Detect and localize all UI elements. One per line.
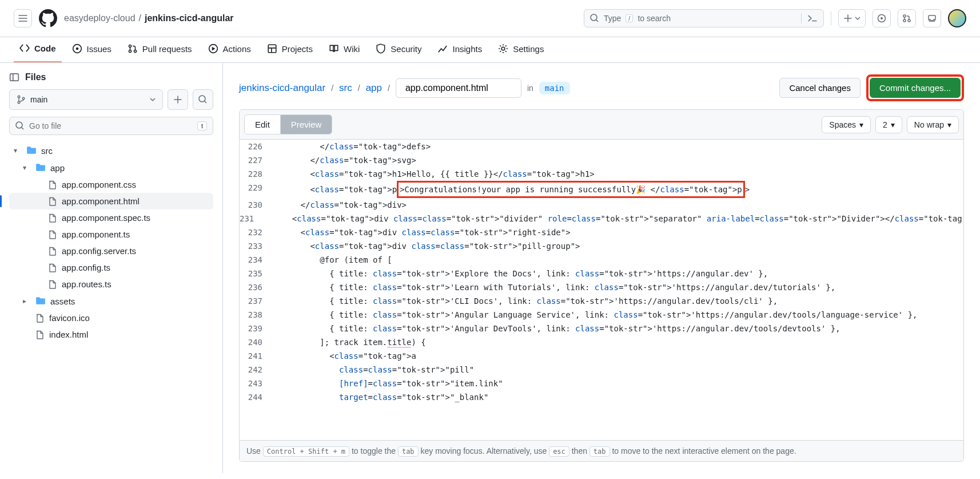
branch-selector[interactable]: main — [9, 89, 163, 110]
search-key-hint: / — [626, 14, 633, 22]
code-line[interactable]: 238 { title: class="tok-str">'Angular La… — [240, 308, 963, 322]
tree-folder[interactable]: ▾src — [9, 142, 213, 159]
nav-tab-wiki[interactable]: Wiki — [323, 37, 365, 62]
repo-link[interactable]: jenkins-cicd-angular — [145, 13, 234, 23]
tree-file[interactable]: app.component.ts — [9, 226, 213, 243]
code-line[interactable]: 239 { title: class="tok-str">'Angular De… — [240, 322, 963, 335]
search-placeholder-post: to search — [638, 14, 671, 23]
nav-tab-issues[interactable]: Issues — [66, 37, 117, 62]
indent-size-selector[interactable]: 2▾ — [875, 116, 902, 133]
code-line[interactable]: 228 <class="tok-tag">h1>Hello, {{ title … — [240, 167, 963, 181]
search-files-button[interactable] — [193, 89, 213, 110]
github-logo[interactable] — [39, 9, 57, 27]
code-line[interactable]: 226 </class="tok-tag">defs> — [240, 140, 963, 153]
insights-icon — [437, 43, 448, 54]
code-text: </class="tok-tag">defs> — [272, 140, 963, 153]
tree-file[interactable]: app.component.spec.ts — [9, 209, 213, 226]
indent-selector[interactable]: Spaces▾ — [822, 116, 871, 133]
command-palette-icon[interactable] — [801, 13, 818, 23]
panel-collapse-icon[interactable] — [9, 72, 19, 82]
tab-edit[interactable]: Edit — [244, 114, 281, 134]
pull-requests-shortcut-button[interactable] — [898, 9, 916, 27]
path-repo[interactable]: jenkins-cicd-angular — [239, 82, 325, 94]
code-line[interactable]: 241 <class="tok-tag">a — [240, 349, 963, 363]
tree-file[interactable]: app.routes.ts — [9, 276, 213, 292]
search-placeholder-pre: Type — [604, 14, 621, 23]
code-line[interactable]: 229 <class="tok-tag">p>Congratulations!y… — [240, 181, 963, 198]
line-number: 226 — [240, 140, 272, 153]
code-text: class=class="tok-str">"pill" — [272, 363, 963, 377]
line-number: 230 — [240, 198, 272, 212]
create-new-button[interactable] — [838, 9, 866, 27]
settings-icon — [498, 43, 508, 54]
editor-toolbar: Edit Preview Spaces▾ 2▾ No wrap▾ — [240, 110, 963, 140]
file-icon — [48, 263, 57, 272]
code-line[interactable]: 244 target=class="tok-str">"_blank" — [240, 390, 963, 404]
line-number: 235 — [240, 267, 272, 280]
nav-tab-security[interactable]: Security — [370, 37, 427, 62]
code-line[interactable]: 237 { title: class="tok-str">'CLI Docs',… — [240, 294, 963, 308]
sidebar-title: Files — [25, 72, 46, 82]
main-area: Files main t ▾src▾appapp.component.cssap… — [0, 63, 980, 473]
commit-changes-button[interactable]: Commit changes... — [870, 78, 961, 98]
svg-point-9 — [134, 50, 136, 52]
nav-tab-actions[interactable]: Actions — [202, 37, 257, 62]
svg-point-7 — [129, 45, 131, 47]
code-line[interactable]: 236 { title: class="tok-str">'Learn with… — [240, 280, 963, 294]
chevron-right-icon: ▸ — [23, 297, 31, 305]
tree-file[interactable]: app.config.ts — [9, 259, 213, 276]
tree-folder[interactable]: ▸assets — [9, 292, 213, 310]
tree-folder[interactable]: ▾app — [9, 159, 213, 176]
go-to-file-input[interactable]: t — [9, 117, 213, 135]
filename-input[interactable] — [396, 78, 521, 98]
code-text: { title: class="tok-str">'Angular DevToo… — [272, 322, 963, 335]
code-line[interactable]: 234 @for (item of [ — [240, 253, 963, 267]
nav-tab-code[interactable]: Code — [14, 37, 62, 62]
code-editor[interactable]: 226 </class="tok-tag">defs>227 </class="… — [240, 140, 963, 440]
nav-tab-projects[interactable]: Projects — [261, 37, 318, 62]
path-app[interactable]: app — [366, 82, 382, 94]
tree-file[interactable]: app.component.html — [9, 193, 213, 209]
code-line[interactable]: 232 <class="tok-tag">div class=class="to… — [240, 225, 963, 239]
code-text: [href]=class="tok-str">"item.link" — [272, 377, 963, 390]
highlight-box: >Congratulations!your app is running suc… — [397, 181, 745, 198]
code-line[interactable]: 230 </class="tok-tag">div> — [240, 198, 963, 212]
path-src[interactable]: src — [339, 82, 352, 94]
code-line[interactable]: 231 <class="tok-tag">div class=class="to… — [240, 212, 963, 225]
tree-file[interactable]: app.component.css — [9, 176, 213, 193]
line-number: 241 — [240, 349, 272, 363]
code-line[interactable]: 240 ]; track item.title) { — [240, 335, 963, 349]
code-line[interactable]: 235 { title: class="tok-str">'Explore th… — [240, 267, 963, 280]
add-file-button[interactable] — [168, 89, 188, 110]
code-text: <class="tok-tag">div class=class="tok-st… — [272, 225, 963, 239]
svg-point-1 — [881, 17, 883, 19]
code-line[interactable]: 242 class=class="tok-str">"pill" — [240, 363, 963, 377]
menu-button[interactable] — [14, 9, 32, 27]
folder-icon — [35, 296, 46, 306]
svg-point-2 — [903, 15, 906, 17]
nav-tab-insights[interactable]: Insights — [432, 37, 488, 62]
code-line[interactable]: 227 </class="tok-tag">svg> — [240, 153, 963, 167]
line-number: 234 — [240, 253, 272, 267]
line-number: 244 — [240, 390, 272, 404]
code-line[interactable]: 233 <class="tok-tag">div class=class="to… — [240, 239, 963, 253]
go-to-file-field[interactable] — [29, 121, 193, 130]
tree-file[interactable]: favicon.ico — [9, 310, 213, 326]
code-line[interactable]: 243 [href]=class="tok-str">"item.link" — [240, 377, 963, 390]
tab-preview[interactable]: Preview — [281, 114, 332, 134]
search-input[interactable]: Type / to search — [584, 9, 824, 27]
wrap-selector[interactable]: No wrap▾ — [907, 116, 959, 133]
inbox-button[interactable] — [923, 9, 941, 27]
svg-rect-11 — [268, 45, 276, 53]
user-avatar[interactable] — [948, 9, 966, 27]
nav-tab-settings[interactable]: Settings — [492, 37, 549, 62]
editor-footer-hint: Use Control + Shift + m to toggle the ta… — [240, 440, 963, 461]
tree-file[interactable]: app.config.server.ts — [9, 243, 213, 259]
code-text: <class="tok-tag">p>Congratulations!your … — [272, 181, 963, 198]
owner-link[interactable]: easydeploy-cloud — [64, 13, 136, 23]
cancel-button[interactable]: Cancel changes — [779, 78, 861, 98]
tree-file[interactable]: index.html — [9, 326, 213, 343]
issues-shortcut-button[interactable] — [873, 9, 891, 27]
line-number: 239 — [240, 322, 272, 335]
nav-tab-pr[interactable]: Pull requests — [122, 37, 198, 62]
